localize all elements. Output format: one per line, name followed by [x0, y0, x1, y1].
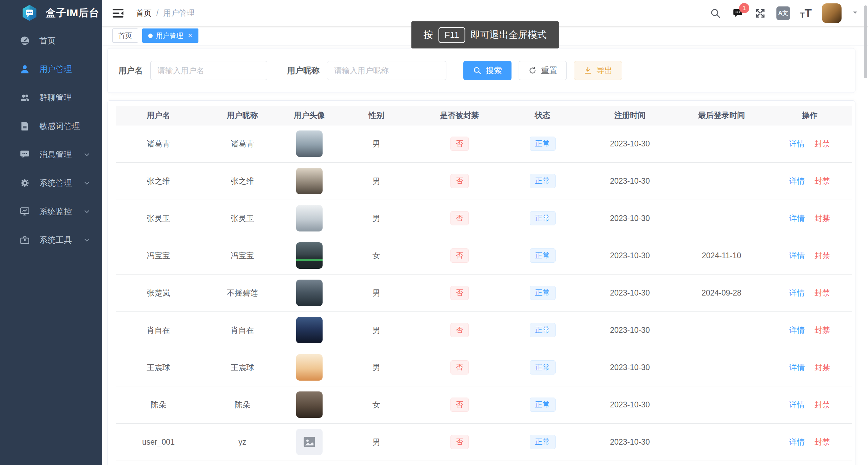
- actions-cell: 详情 封禁: [767, 162, 852, 200]
- search-icon[interactable]: [709, 7, 721, 19]
- detail-link[interactable]: 详情: [789, 326, 805, 335]
- last-login-cell: [676, 125, 767, 162]
- register-time-cell: 2023-10-30: [584, 237, 676, 274]
- username-cell: 张楚岚: [116, 274, 201, 311]
- breadcrumb-current: 用户管理: [163, 8, 194, 18]
- username-cell: 张灵玉: [116, 200, 201, 237]
- nickname-input[interactable]: [327, 61, 446, 80]
- user-avatar-image: [296, 242, 323, 269]
- sidebar-item-system-management[interactable]: 系统管理: [0, 169, 102, 197]
- actions-cell: 详情 封禁: [767, 423, 852, 461]
- search-button[interactable]: 搜索: [463, 61, 512, 80]
- ban-link[interactable]: 封禁: [814, 139, 830, 148]
- status-cell: 正常: [501, 125, 584, 162]
- sidebar-item-system-monitor[interactable]: 系统监控: [0, 197, 102, 226]
- vertical-scrollbar[interactable]: [864, 5, 867, 78]
- detail-link[interactable]: 详情: [789, 177, 805, 185]
- fullscreen-icon[interactable]: [754, 7, 766, 19]
- register-time-cell: 2023-10-30: [584, 162, 676, 200]
- sidebar-item-label: 消息管理: [39, 149, 72, 160]
- image-placeholder-icon: [302, 434, 317, 449]
- detail-link[interactable]: 详情: [789, 363, 805, 372]
- user-menu-caret-icon[interactable]: [852, 9, 859, 17]
- export-button[interactable]: 导出: [574, 61, 622, 80]
- detail-link[interactable]: 详情: [789, 251, 805, 260]
- register-time-cell: 2023-10-30: [584, 349, 676, 386]
- status-tag: 正常: [530, 323, 556, 337]
- sidebar-item-group-management[interactable]: 群聊管理: [0, 83, 102, 112]
- table-row: 张之维 张之维 男 否 正常 2023-10-30 详情 封禁: [116, 162, 852, 200]
- table-row: 张楚岚 不摇碧莲 男 否 正常 2023-10-30 2024-09-28 详情…: [116, 274, 852, 311]
- status-tag: 正常: [530, 137, 556, 151]
- ban-link[interactable]: 封禁: [814, 251, 830, 260]
- tab-user-management[interactable]: 用户管理 ×: [142, 28, 198, 43]
- nickname-cell: 王震球: [201, 349, 284, 386]
- register-time-cell: 2023-10-30: [584, 386, 676, 423]
- breadcrumb: 首页 / 用户管理: [136, 8, 194, 18]
- font-size-icon[interactable]: TT: [800, 6, 812, 20]
- col-register: 注册时间: [584, 106, 676, 125]
- sidebar-item-message-management[interactable]: 消息管理: [0, 140, 102, 169]
- status-cell: 正常: [501, 423, 584, 461]
- avatar-cell: [284, 349, 335, 386]
- status-tag: 正常: [530, 286, 556, 300]
- username-cell: 王震球: [116, 349, 201, 386]
- user-avatar-image: [296, 391, 323, 418]
- sidebar-item-label: 系统管理: [39, 178, 72, 188]
- banned-tag: 否: [450, 435, 469, 449]
- ban-link[interactable]: 封禁: [814, 438, 830, 446]
- app-logo[interactable]: 盒子IM后台: [0, 0, 102, 26]
- gender-cell: 男: [335, 200, 418, 237]
- reset-button[interactable]: 重置: [519, 61, 567, 80]
- col-status: 状态: [501, 106, 584, 125]
- sidebar-fold-icon[interactable]: [112, 7, 124, 20]
- gender-cell: 男: [335, 423, 418, 461]
- username-input[interactable]: [150, 61, 267, 80]
- active-tab-dot: [148, 34, 153, 38]
- col-last-login: 最后登录时间: [676, 106, 767, 125]
- nickname-cell: 肖自在: [201, 311, 284, 349]
- ban-link[interactable]: 封禁: [814, 400, 830, 409]
- register-time-cell: 2023-10-30: [584, 423, 676, 461]
- user-avatar-image: [296, 205, 323, 231]
- chevron-down-icon: [83, 208, 91, 215]
- tab-home[interactable]: 首页: [112, 28, 138, 43]
- avatar[interactable]: [822, 3, 842, 23]
- language-switch-icon[interactable]: A文: [776, 6, 790, 20]
- detail-link[interactable]: 详情: [789, 438, 805, 446]
- detail-link[interactable]: 详情: [789, 214, 805, 223]
- actions-cell: 详情 封禁: [767, 349, 852, 386]
- tools-icon: [19, 234, 31, 246]
- sidebar-item-user-management[interactable]: 用户管理: [0, 55, 102, 83]
- username-cell: user_001: [116, 423, 201, 461]
- ban-link[interactable]: 封禁: [814, 326, 830, 335]
- refresh-icon: [528, 66, 537, 75]
- ban-link[interactable]: 封禁: [814, 363, 830, 372]
- nickname-cell: 陈朵: [201, 386, 284, 423]
- sidebar-item-system-tools[interactable]: 系统工具: [0, 226, 102, 254]
- sidebar-item-sensitive-words[interactable]: 敏感词管理: [0, 112, 102, 140]
- ban-link[interactable]: 封禁: [814, 288, 830, 297]
- username-cell: 张之维: [116, 162, 201, 200]
- detail-link[interactable]: 详情: [789, 288, 805, 297]
- navbar-actions: 1 A文 TT: [709, 3, 859, 23]
- username-cell: 肖自在: [116, 311, 201, 349]
- banned-tag: 否: [450, 137, 469, 151]
- last-login-cell: [676, 162, 767, 200]
- ban-link[interactable]: 封禁: [814, 214, 830, 223]
- ban-link[interactable]: 封禁: [814, 177, 830, 185]
- status-cell: 正常: [501, 200, 584, 237]
- banned-tag: 否: [450, 286, 469, 300]
- breadcrumb-home[interactable]: 首页: [136, 8, 152, 18]
- gender-cell: 男: [335, 274, 418, 311]
- username-cell: 陈朵: [116, 386, 201, 423]
- status-cell: 正常: [501, 349, 584, 386]
- detail-link[interactable]: 详情: [789, 400, 805, 409]
- user-avatar-image: [296, 168, 323, 194]
- message-notification-icon[interactable]: 1: [732, 7, 744, 19]
- sidebar-item-home[interactable]: 首页: [0, 26, 102, 55]
- gender-cell: 男: [335, 311, 418, 349]
- nickname-cell: yz: [201, 423, 284, 461]
- close-icon[interactable]: ×: [188, 32, 192, 39]
- detail-link[interactable]: 详情: [789, 139, 805, 148]
